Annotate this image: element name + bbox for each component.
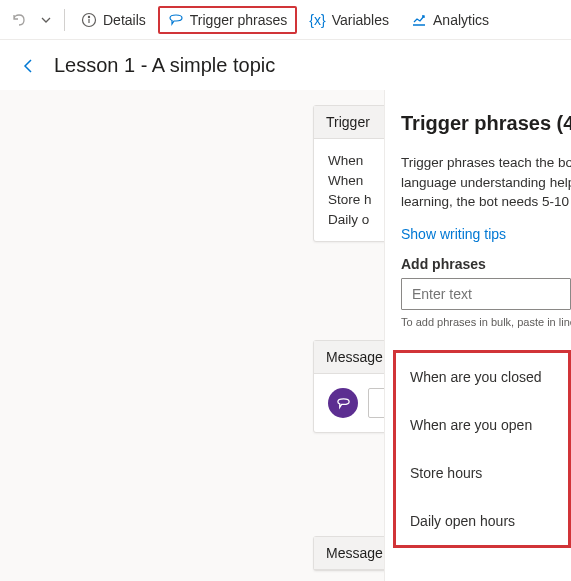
phrase-list: When are you closed When are you open St… (393, 350, 571, 548)
trigger-phrases-label: Trigger phrases (190, 12, 288, 28)
variables-label: Variables (332, 12, 389, 28)
undo-button[interactable] (4, 6, 32, 34)
chevron-down-icon (40, 14, 52, 26)
svg-point-2 (88, 16, 89, 17)
trigger-phrases-panel: Trigger phrases (4) Trigger phrases teac… (384, 90, 571, 581)
trigger-icon (168, 12, 184, 28)
desc-line: learning, the bot needs 5-10 s (401, 192, 571, 212)
variables-icon: {x} (309, 12, 325, 28)
chat-bubble-icon (328, 388, 358, 418)
trigger-phrases-button[interactable]: Trigger phrases (158, 6, 298, 34)
writing-tips-link[interactable]: Show writing tips (401, 226, 506, 242)
add-phrase-hint: To add phrases in bulk, paste in line-se… (401, 316, 571, 328)
back-button[interactable] (20, 57, 38, 75)
dropdown-button[interactable] (34, 8, 58, 32)
desc-line: Trigger phrases teach the bot (401, 153, 571, 173)
add-phrase-input[interactable] (401, 278, 571, 310)
toolbar-divider (64, 9, 65, 31)
phrase-item[interactable]: When are you open (396, 401, 568, 449)
back-arrow-icon (20, 57, 38, 75)
analytics-icon (411, 12, 427, 28)
info-icon (81, 12, 97, 28)
top-toolbar: Details Trigger phrases {x} Variables An… (0, 0, 571, 40)
details-label: Details (103, 12, 146, 28)
phrase-item[interactable]: Store hours (396, 449, 568, 497)
desc-line: language understanding helps (401, 173, 571, 193)
analytics-label: Analytics (433, 12, 489, 28)
phrase-item[interactable]: Daily open hours (396, 497, 568, 545)
undo-icon (10, 12, 26, 28)
panel-description: Trigger phrases teach the bot language u… (401, 153, 571, 212)
analytics-button[interactable]: Analytics (401, 6, 499, 34)
page-title: Lesson 1 - A simple topic (54, 54, 275, 77)
add-phrases-label: Add phrases (401, 256, 571, 272)
variables-button[interactable]: {x} Variables (299, 6, 399, 34)
panel-title: Trigger phrases (4) (401, 112, 571, 135)
phrase-item[interactable]: When are you closed (396, 353, 568, 401)
page-header: Lesson 1 - A simple topic (0, 40, 571, 95)
details-button[interactable]: Details (71, 6, 156, 34)
